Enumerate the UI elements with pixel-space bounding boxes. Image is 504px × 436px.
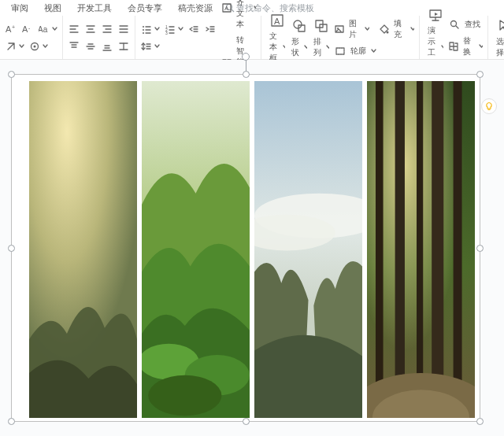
group-tools: 演示工具 查找 替换 xyxy=(420,16,488,59)
svg-text:A: A xyxy=(22,24,28,34)
svg-rect-68 xyxy=(336,48,344,54)
svg-line-74 xyxy=(456,26,458,28)
align-justify-button[interactable] xyxy=(117,23,130,35)
slide-canvas[interactable] xyxy=(0,60,504,436)
svg-text:A: A xyxy=(224,5,229,12)
resize-handle-br[interactable] xyxy=(476,418,484,425)
align-middle-button[interactable] xyxy=(84,40,97,53)
chevron-down-icon xyxy=(479,43,483,49)
textbox-button[interactable]: A 文本框 xyxy=(266,12,288,64)
find-icon xyxy=(448,18,461,31)
shape-label: 形状 xyxy=(291,36,302,58)
select-button[interactable]: 选择 xyxy=(493,17,504,58)
svg-text:Aa: Aa xyxy=(39,25,48,34)
svg-text:+: + xyxy=(12,24,15,30)
svg-point-73 xyxy=(451,20,457,26)
svg-text:A: A xyxy=(274,17,280,26)
decrease-font-button[interactable]: A- xyxy=(21,23,34,35)
selected-object-frame[interactable] xyxy=(11,74,480,422)
align-bottom-button[interactable] xyxy=(101,40,113,53)
svg-rect-93 xyxy=(454,81,462,418)
svg-point-35 xyxy=(143,29,144,31)
shape-button[interactable]: 形状 xyxy=(288,17,310,58)
outline-button[interactable]: 轮廓 xyxy=(350,46,366,57)
resize-handle-tm[interactable] xyxy=(243,71,250,78)
svg-marker-77 xyxy=(500,20,504,31)
svg-rect-91 xyxy=(417,81,423,418)
distribute-button[interactable] xyxy=(117,40,130,53)
svg-point-67 xyxy=(387,31,389,33)
resize-handle-ml[interactable] xyxy=(8,245,15,252)
tab-gaoke[interactable]: 稿壳资源 xyxy=(170,2,220,14)
svg-text:A: A xyxy=(6,24,12,34)
ribbon: A+ A- Aa xyxy=(0,16,504,60)
find-button[interactable]: 查找 xyxy=(465,19,480,30)
chevron-down-icon xyxy=(410,26,414,31)
decrease-indent-button[interactable] xyxy=(187,23,200,35)
align-top-button[interactable] xyxy=(68,40,80,53)
image-pane-1[interactable] xyxy=(29,81,137,418)
image-button[interactable]: 图片 xyxy=(349,18,360,40)
resize-handle-tr[interactable] xyxy=(476,71,484,78)
lightbulb-icon xyxy=(484,102,494,111)
align-text-icon: A xyxy=(221,2,232,14)
resize-handle-mr[interactable] xyxy=(476,245,484,252)
svg-point-8 xyxy=(34,45,36,47)
tab-view[interactable]: 视图 xyxy=(36,2,69,14)
group-paragraph xyxy=(63,16,135,59)
fill-button[interactable]: 填充 xyxy=(394,18,405,40)
arrange-label: 排列 xyxy=(313,36,324,58)
resize-handle-bl[interactable] xyxy=(8,418,15,425)
clear-format-button[interactable] xyxy=(5,40,24,53)
chevron-down-icon xyxy=(371,48,376,54)
svg-rect-92 xyxy=(432,81,443,418)
svg-point-37 xyxy=(143,32,144,34)
group-insert: A 文本框 形状 排列 图片 填充 轮廓 xyxy=(261,16,420,59)
align-text-button[interactable]: 对齐文本 xyxy=(236,0,249,30)
svg-marker-72 xyxy=(435,13,438,16)
image-icon xyxy=(334,23,345,35)
align-left-button[interactable] xyxy=(68,23,80,35)
image-pane-3[interactable] xyxy=(254,81,362,418)
select-label: 选择 xyxy=(496,36,504,58)
tab-member[interactable]: 会员专享 xyxy=(120,2,170,14)
svg-rect-89 xyxy=(376,81,384,418)
replace-button[interactable]: 替换 xyxy=(463,35,474,57)
align-center-button[interactable] xyxy=(84,23,97,35)
svg-text:3: 3 xyxy=(165,31,168,35)
smart-suggestion-button[interactable] xyxy=(481,98,497,114)
fill-icon xyxy=(379,23,390,35)
increase-indent-button[interactable] xyxy=(204,23,217,35)
outline-icon xyxy=(334,45,346,57)
line-spacing-button[interactable] xyxy=(140,40,160,53)
rotation-handle[interactable] xyxy=(242,53,250,61)
svg-rect-90 xyxy=(395,81,405,418)
chevron-down-icon xyxy=(365,26,369,31)
rotation-stem xyxy=(246,61,246,72)
replace-icon xyxy=(448,40,459,53)
align-right-button[interactable] xyxy=(101,23,113,35)
resize-handle-tl[interactable] xyxy=(8,71,15,78)
svg-point-61 xyxy=(294,20,302,28)
group-select: 选择 xyxy=(488,16,504,59)
svg-rect-76 xyxy=(454,46,458,50)
group-list: 123 A 对齐文本 转智能图形 xyxy=(135,16,261,59)
arrange-button[interactable]: 排列 xyxy=(310,17,332,58)
textbox-label: 文本框 xyxy=(269,31,280,64)
image-row xyxy=(29,81,475,418)
tab-review[interactable]: 审阅 xyxy=(3,2,36,14)
svg-point-83 xyxy=(148,375,221,416)
resize-handle-bm[interactable] xyxy=(243,418,250,425)
image-pane-2[interactable] xyxy=(142,81,250,418)
numbering-button[interactable]: 123 xyxy=(164,23,183,35)
bullets-button[interactable] xyxy=(140,23,160,35)
character-effect-button[interactable] xyxy=(28,40,48,53)
image-pane-4[interactable] xyxy=(367,81,475,418)
svg-text:-: - xyxy=(28,25,31,31)
tab-devtools[interactable]: 开发工具 xyxy=(69,2,120,14)
change-case-button[interactable]: Aa xyxy=(38,23,57,35)
chevron-down-icon xyxy=(254,5,256,10)
group-font: A+ A- Aa xyxy=(0,16,63,59)
svg-point-33 xyxy=(143,26,144,28)
increase-font-button[interactable]: A+ xyxy=(5,23,17,35)
